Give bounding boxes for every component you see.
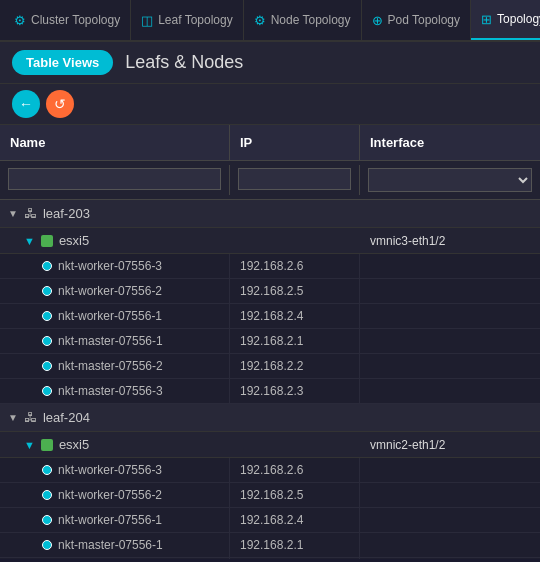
table-icon: ⊞ <box>481 12 492 27</box>
row-ip-cell: 192.168.2.1 <box>230 533 360 557</box>
row-name-cell: nkt-master-07556-2 <box>0 354 230 378</box>
row-ip-cell: 192.168.2.6 <box>230 458 360 482</box>
back-button[interactable]: ← <box>12 90 40 118</box>
esxi5-leaf204-label: esxi5 <box>59 437 89 452</box>
group-leaf-204[interactable]: ▼ 🖧 leaf-204 <box>0 404 540 432</box>
esxi5-leaf204-name-cell: ▼ esxi5 <box>0 432 230 457</box>
back-icon: ← <box>19 96 33 112</box>
table-row: nkt-master-07556-1 192.168.2.1 <box>0 533 540 558</box>
col-interface: Interface <box>360 125 540 160</box>
filter-ip-input[interactable] <box>238 168 351 190</box>
esxi5-leaf203-interface-cell: vmnic3-eth1/2 <box>360 229 540 253</box>
row-interface-cell <box>360 361 540 371</box>
row-name-cell: nkt-master-07556-1 <box>0 329 230 353</box>
filter-ip-cell <box>230 165 360 195</box>
pod-icon: ⊕ <box>372 13 383 28</box>
row-ip-cell: 192.168.2.3 <box>230 379 360 403</box>
row-ip-cell: 192.168.2.6 <box>230 254 360 278</box>
row-interface-cell <box>360 336 540 346</box>
esxi5-leaf203-ip-cell <box>230 236 360 246</box>
node-dot <box>42 465 52 475</box>
row-interface-cell <box>360 515 540 525</box>
table-row: nkt-master-07556-2 192.168.2.2 <box>0 558 540 559</box>
subgroup-esxi5-leaf203[interactable]: ▼ esxi5 vmnic3-eth1/2 <box>0 228 540 254</box>
node-icon: ⚙ <box>254 13 266 28</box>
filter-name-cell <box>0 165 230 195</box>
esxi5-leaf204-ip-cell <box>230 440 360 450</box>
refresh-icon: ↺ <box>54 96 66 112</box>
filter-row: vmnic3-eth1/2 vmnic2-eth1/2 <box>0 161 540 200</box>
row-ip-cell: 192.168.2.5 <box>230 483 360 507</box>
top-nav: ⚙ Cluster Topology ◫ Leaf Topology ⚙ Nod… <box>0 0 540 42</box>
esxi5-leaf203-label: esxi5 <box>59 233 89 248</box>
group-leaf-203[interactable]: ▼ 🖧 leaf-203 <box>0 200 540 228</box>
nav-topology-table[interactable]: ⊞ Topology Table <box>471 0 540 40</box>
row-ip-cell: 192.168.2.2 <box>230 558 360 559</box>
table-views-button[interactable]: Table Views <box>12 50 113 75</box>
row-name-cell: nkt-worker-07556-2 <box>0 483 230 507</box>
node-dot <box>42 361 52 371</box>
esxi5-leaf203-icon <box>41 235 53 247</box>
row-ip-cell: 192.168.2.2 <box>230 354 360 378</box>
nav-leaf-topology[interactable]: ◫ Leaf Topology <box>131 0 244 40</box>
row-interface-cell <box>360 465 540 475</box>
row-interface-cell <box>360 286 540 296</box>
filter-name-input[interactable] <box>8 168 221 190</box>
nav-cluster-topology[interactable]: ⚙ Cluster Topology <box>4 0 131 40</box>
nav-pod-label: Pod Topology <box>388 13 461 27</box>
table-row: nkt-master-07556-3 192.168.2.3 <box>0 379 540 404</box>
page-title: Leafs & Nodes <box>125 52 243 73</box>
node-dot <box>42 311 52 321</box>
node-dot <box>42 515 52 525</box>
cluster-icon: ⚙ <box>14 13 26 28</box>
nav-pod-topology[interactable]: ⊕ Pod Topology <box>362 0 472 40</box>
table-row: nkt-worker-07556-2 192.168.2.5 <box>0 279 540 304</box>
nav-node-topology[interactable]: ⚙ Node Topology <box>244 0 362 40</box>
node-dot <box>42 490 52 500</box>
row-interface-cell <box>360 261 540 271</box>
nav-cluster-label: Cluster Topology <box>31 13 120 27</box>
collapse-arrow-leaf-204: ▼ <box>8 412 18 423</box>
nav-node-label: Node Topology <box>271 13 351 27</box>
table-container: Name IP Interface vmnic3-eth1/2 vmnic2-e… <box>0 125 540 559</box>
table-row: nkt-master-07556-2 192.168.2.2 <box>0 354 540 379</box>
action-bar: ← ↺ <box>0 84 540 125</box>
leaf-icon: ◫ <box>141 13 153 28</box>
row-interface-cell <box>360 311 540 321</box>
table-row: nkt-worker-07556-3 192.168.2.6 <box>0 458 540 483</box>
subheader: Table Views Leafs & Nodes <box>0 42 540 84</box>
esxi5-leaf204-icon <box>41 439 53 451</box>
col-ip: IP <box>230 125 360 160</box>
esxi5-leaf203-name-cell: ▼ esxi5 <box>0 228 230 253</box>
table-header: Name IP Interface <box>0 125 540 161</box>
arrow-esxi5-leaf204: ▼ <box>24 439 35 451</box>
leaf-203-label: leaf-203 <box>43 206 90 221</box>
col-name: Name <box>0 125 230 160</box>
node-dot <box>42 261 52 271</box>
row-name-cell: nkt-worker-07556-3 <box>0 458 230 482</box>
filter-interface-select[interactable]: vmnic3-eth1/2 vmnic2-eth1/2 <box>368 168 532 192</box>
nav-leaf-label: Leaf Topology <box>158 13 233 27</box>
leaf-204-icon: 🖧 <box>24 410 37 425</box>
subgroup-esxi5-leaf204[interactable]: ▼ esxi5 vmnic2-eth1/2 <box>0 432 540 458</box>
row-name-cell: nkt-worker-07556-3 <box>0 254 230 278</box>
row-name-cell: nkt-master-07556-2 <box>0 558 230 559</box>
row-name-cell: nkt-worker-07556-1 <box>0 304 230 328</box>
row-ip-cell: 192.168.2.4 <box>230 304 360 328</box>
row-interface-cell <box>360 386 540 396</box>
row-name-cell: nkt-worker-07556-1 <box>0 508 230 532</box>
leaf-203-icon: 🖧 <box>24 206 37 221</box>
row-ip-cell: 192.168.2.4 <box>230 508 360 532</box>
node-dot <box>42 540 52 550</box>
row-interface-cell <box>360 540 540 550</box>
arrow-esxi5-leaf203: ▼ <box>24 235 35 247</box>
table-row: nkt-worker-07556-2 192.168.2.5 <box>0 483 540 508</box>
esxi5-leaf204-interface-cell: vmnic2-eth1/2 <box>360 433 540 457</box>
refresh-button[interactable]: ↺ <box>46 90 74 118</box>
node-dot <box>42 286 52 296</box>
node-dot <box>42 336 52 346</box>
row-name-cell: nkt-master-07556-1 <box>0 533 230 557</box>
row-name-cell: nkt-worker-07556-2 <box>0 279 230 303</box>
collapse-arrow-leaf-203: ▼ <box>8 208 18 219</box>
row-interface-cell <box>360 490 540 500</box>
